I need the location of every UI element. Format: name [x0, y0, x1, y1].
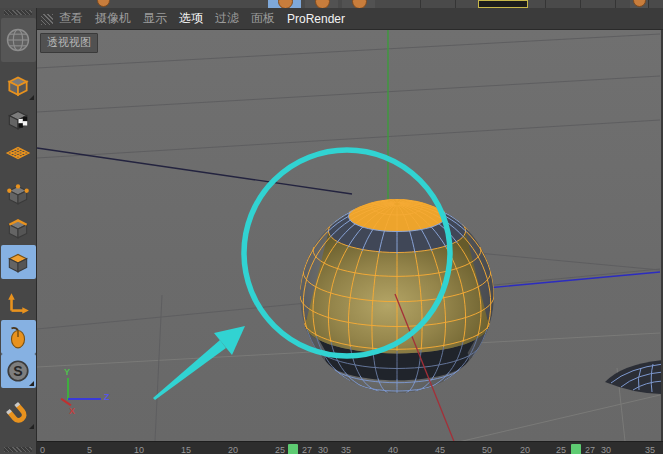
gizmo-z-axis — [68, 398, 101, 400]
make-editable-button[interactable] — [1, 68, 36, 102]
model-mode-button[interactable] — [1, 102, 36, 136]
world-z-axis — [487, 272, 660, 288]
model-mode-icon — [5, 106, 31, 132]
timeline-tick: 15 — [181, 445, 191, 454]
menu-item-4[interactable]: 过滤 — [215, 10, 239, 27]
timeline-tick: 30 — [601, 445, 611, 454]
perspective-globe-icon[interactable] — [1, 18, 36, 62]
palette-grip-top[interactable] — [4, 10, 32, 15]
second-sphere-fragment — [605, 360, 663, 394]
sphere-object[interactable] — [277, 150, 517, 441]
timeline-tick: 30 — [318, 445, 328, 454]
timeline-tick: 35 — [645, 445, 655, 454]
timeline-tick: 45 — [435, 445, 445, 454]
grid-line — [37, 34, 660, 68]
gizmo-z-label: Z — [104, 392, 110, 402]
grid-line — [437, 395, 660, 441]
enable-axis-icon — [5, 290, 31, 316]
palette-grip-bottom[interactable] — [4, 447, 32, 452]
edges-mode-button[interactable] — [1, 211, 36, 245]
timeline-tick: 25 — [556, 445, 566, 454]
menu-item-3[interactable]: 选项 — [179, 10, 203, 27]
menu-grip-handle[interactable] — [41, 14, 53, 25]
toolbar-cell[interactable] — [92, 0, 116, 8]
timeline-tick: 0 — [40, 445, 45, 454]
timeline-tick: 27 — [585, 445, 595, 454]
texture-mode-icon — [5, 140, 31, 166]
viewport-label: 透视视图 — [40, 33, 98, 53]
menu-item-2[interactable]: 显示 — [143, 10, 167, 27]
menu-item-5[interactable]: 面板 — [251, 10, 275, 27]
toolbar-cell[interactable] — [342, 0, 375, 8]
grid-line — [467, 252, 660, 270]
viewport-menu-bar: 查看摄像机显示选项过滤面板ProRender — [37, 8, 663, 30]
world-neg-z-axis — [37, 148, 352, 194]
annotation-arrow — [153, 326, 245, 400]
main-toolbar-sliver — [0, 0, 663, 8]
gizmo-x-label: X — [69, 406, 75, 416]
world-axis-gizmo: Y Z X — [52, 368, 132, 428]
left-tool-palette: S — [0, 8, 37, 454]
edges-mode-icon — [5, 215, 31, 241]
timeline-ruler[interactable]: 05101520252730354045502025273035 — [37, 441, 663, 454]
menu-item-1[interactable]: 摄像机 — [95, 10, 131, 27]
points-mode-button[interactable] — [1, 177, 36, 211]
timeline-tick: 20 — [228, 445, 238, 454]
playhead-marker[interactable] — [571, 444, 581, 454]
polygons-mode-icon — [5, 249, 31, 275]
snap-letter: S — [13, 363, 22, 379]
perspective-viewport[interactable]: 透视视图 Y Z X — [37, 30, 663, 441]
toolbar-cell[interactable] — [305, 0, 338, 8]
magnet-snap-button[interactable] — [1, 397, 36, 431]
timeline-tick: 40 — [388, 445, 398, 454]
timeline-tick: 25 — [275, 445, 285, 454]
magnet-icon — [5, 401, 31, 427]
toolbar-cell-active[interactable] — [268, 0, 301, 8]
make-editable-icon — [5, 72, 31, 98]
playhead-marker[interactable] — [288, 444, 298, 454]
gizmo-y-label: Y — [64, 367, 70, 377]
tweak-mode-button[interactable] — [1, 320, 36, 354]
timeline-tick: 50 — [482, 445, 492, 454]
texture-mode-button[interactable] — [1, 136, 36, 170]
mouse-icon — [5, 324, 31, 350]
cinema4d-window: { "menu_bar": { "items": [ {"label": "查看… — [0, 0, 663, 454]
timeline-tick: 20 — [520, 445, 530, 454]
snap-settings-button[interactable]: S — [1, 354, 36, 388]
toolbar-cell[interactable] — [630, 0, 648, 8]
timeline-tick: 35 — [341, 445, 351, 454]
enable-axis-button[interactable] — [1, 286, 36, 320]
timeline-tick: 27 — [302, 445, 312, 454]
grid-line — [37, 76, 660, 112]
menu-item-6[interactable]: ProRender — [287, 12, 345, 26]
toolbar-cell-render[interactable] — [478, 0, 528, 8]
menu-item-0[interactable]: 查看 — [59, 10, 83, 27]
points-mode-icon — [5, 181, 31, 207]
polygons-mode-button[interactable] — [1, 245, 36, 279]
snap-icon: S — [5, 358, 31, 384]
globe-icon — [4, 25, 32, 55]
timeline-tick: 5 — [87, 445, 92, 454]
timeline-tick: 10 — [134, 445, 144, 454]
gizmo-y-axis — [67, 378, 69, 400]
